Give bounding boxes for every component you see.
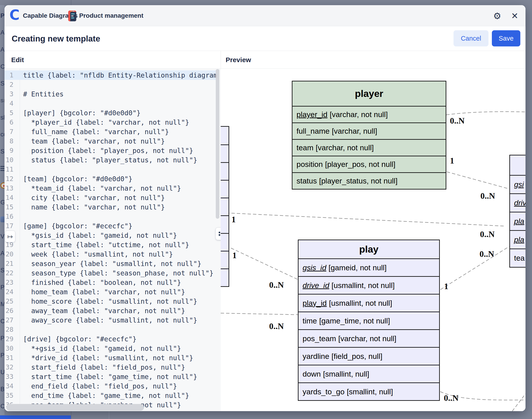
- image-icon[interactable]: [0, 215, 4, 224]
- background-nav-item[interactable]: Ge: [0, 198, 4, 207]
- line-number: 23: [4, 279, 13, 286]
- background-nav-item[interactable]: Vi: [0, 232, 4, 241]
- entity-row: [221, 268, 229, 286]
- code-line: 19 start_time {label: "utctime, not null…: [4, 240, 217, 249]
- background-nav-item[interactable]: Se: [0, 147, 4, 156]
- editor-vertical-scrollbar[interactable]: [216, 69, 219, 219]
- background-nav-item[interactable]: sho: [0, 113, 4, 122]
- editor-horizontal-scrollbar[interactable]: [6, 404, 144, 411]
- entity-row: full_name[varchar, null]: [292, 122, 446, 139]
- breadcrumb-separator-icon: ›: [61, 5, 63, 26]
- field-name: drive_id: [303, 281, 329, 290]
- field-type: [usmallint, not null]: [329, 299, 392, 308]
- close-icon[interactable]: ✕: [509, 10, 520, 22]
- background-divider: [109, 411, 109, 419]
- code-line: 16: [4, 212, 217, 221]
- background-nav-item[interactable]: Al: [0, 28, 4, 38]
- background-nav-item[interactable]: co: [0, 130, 4, 139]
- settings-gear-icon[interactable]: ⚙: [492, 10, 503, 22]
- line-number: 31: [4, 354, 13, 362]
- code-line: 24 home_team {label: "varchar, not null"…: [4, 287, 217, 297]
- code-line: 5[player] {bgcolor: "#d0e0d0"}: [4, 108, 217, 118]
- line-number: 3: [4, 90, 13, 98]
- line-text: finished {label: "boolean, not null"}: [23, 279, 181, 287]
- line-number: 4: [4, 100, 13, 107]
- code-line: 10 status {label: "player_status, not nu…: [4, 155, 217, 165]
- field-name: status: [297, 177, 317, 185]
- entity-row: pla: [510, 230, 525, 249]
- field-type: [smallint, null]: [347, 387, 393, 396]
- code-line: 28: [4, 325, 217, 334]
- menu-lines-icon[interactable]: [0, 164, 4, 173]
- entity-row: drive_id[usmallint, not null]: [298, 276, 439, 294]
- background-divider: [71, 0, 71, 5]
- background-nav-item[interactable]: Se: [0, 266, 4, 275]
- line-text: full_name {label: "varchar, null"}: [23, 128, 169, 136]
- capable-diagrams-logo-icon: C: [9, 8, 21, 22]
- line-text: # Entities: [23, 90, 64, 98]
- line-number: 24: [4, 288, 13, 296]
- field-name: player_id: [297, 110, 327, 119]
- code-line: 34 end_field {label: "field_pos, null"}: [4, 381, 217, 391]
- code-line: 32 start_field {label: "field_pos, null"…: [4, 363, 217, 372]
- line-text: season_year {label: "usmallint, not null…: [23, 260, 201, 268]
- relation-line-corner: [512, 394, 525, 411]
- compass-icon[interactable]: [0, 181, 4, 190]
- breadcrumb-page[interactable]: Product management: [79, 5, 143, 26]
- entity-row: team[varchar, not null]: [292, 139, 446, 156]
- background-nav-item[interactable]: Pr: [0, 351, 4, 360]
- field-type: [varchar, not null]: [316, 143, 374, 152]
- cardinality-label: 1: [450, 156, 454, 166]
- field-name: pla: [514, 235, 524, 244]
- line-text: [player] {bgcolor: "#d0e0d0"}: [23, 109, 141, 117]
- background-nav-item[interactable]: Ar: [0, 45, 4, 54]
- background-nav-item[interactable]: Cl: [0, 317, 4, 326]
- background-nav-item[interactable]: Co: [0, 62, 4, 71]
- entity-title: play: [298, 240, 439, 258]
- field-name: pos_team: [303, 334, 336, 343]
- line-number: 21: [4, 260, 13, 267]
- cardinality-label: 0..N: [269, 321, 284, 331]
- code-line: 7 full_name {label: "varchar, null"}: [4, 127, 217, 136]
- code-line: 22 season_type {label: "season_phase, no…: [4, 268, 217, 278]
- background-nav-item[interactable]: By: [0, 384, 4, 394]
- background-nav-item[interactable]: Pr: [0, 11, 4, 20]
- save-button[interactable]: Save: [492, 30, 520, 46]
- code-line: 12[team] {bgcolor: "#d0e0d0"}: [4, 174, 217, 183]
- background-nav-item[interactable]: Ca: [0, 402, 4, 411]
- background-nav-item[interactable]: SH: [0, 96, 4, 105]
- background-sidebar: PrAlArCoSpSHshocoSeGeViAnSePrMClPrPrUlBy…: [0, 5, 4, 415]
- entity-row: pos_team[varchar, not null]: [298, 329, 439, 347]
- background-nav-item[interactable]: An: [0, 249, 4, 258]
- entity-row: gsi: [510, 175, 525, 193]
- line-number: 26: [4, 307, 13, 314]
- background-nav-item[interactable]: M: [0, 300, 4, 309]
- code-line: 11: [4, 165, 217, 174]
- field-type: [usmallint, not null]: [332, 281, 395, 290]
- entity-table-partial-left: [221, 126, 229, 287]
- background-nav-item[interactable]: Ul: [0, 368, 4, 377]
- cardinality-label: 0..N: [269, 280, 284, 290]
- background-nav-item[interactable]: Sp: [0, 79, 4, 88]
- line-number: 8: [4, 137, 13, 145]
- code-line: 29[drive] {bgcolor: "#ececfc"}: [4, 334, 217, 344]
- line-number: 30: [4, 344, 13, 352]
- template-code-editor[interactable]: 1title {label: "nfldb Entity-Relationshi…: [4, 69, 221, 411]
- cancel-button[interactable]: Cancel: [454, 30, 489, 46]
- background-nav-item[interactable]: Pr: [0, 283, 4, 292]
- expand-sidebar-button[interactable]: ↦: [5, 231, 15, 242]
- field-name: play_id: [303, 299, 327, 308]
- line-text: *player_id {label: "varchar, not null"}: [23, 118, 189, 126]
- entity-row: [221, 198, 229, 215]
- code-line: 25 home_score {label: "usmallint, not nu…: [4, 297, 217, 306]
- line-text: *gsis_id {label: "gameid, not null"}: [23, 232, 177, 239]
- code-line: 21 season_year {label: "usmallint, not n…: [4, 259, 217, 268]
- entity-row: time[game_time, not null]: [298, 312, 439, 329]
- code-line: 26 away_team {label: "varchar, not null"…: [4, 306, 217, 315]
- line-text: home_team {label: "varchar, not null"}: [23, 288, 185, 296]
- background-nav-item[interactable]: Pr: [0, 334, 4, 343]
- line-number: 25: [4, 297, 13, 305]
- code-line: 18 *gsis_id {label: "gameid, not null"}: [4, 231, 217, 240]
- line-number: 28: [4, 326, 13, 333]
- cardinality-label: 1: [232, 214, 236, 224]
